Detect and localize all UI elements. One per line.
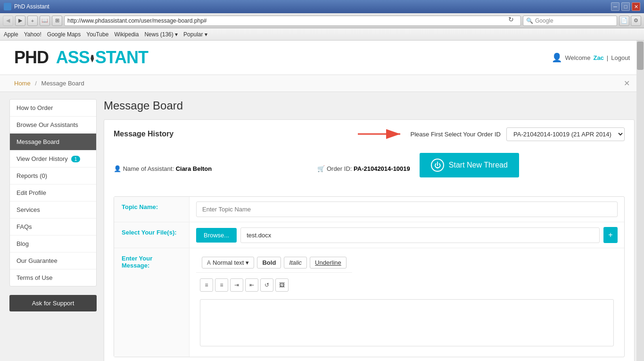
message-header: Enter Your Message: A Normal text ▾ [114, 248, 624, 357]
italic-button[interactable]: Italic [284, 257, 307, 269]
sidebar-item-terms[interactable]: Terms of Use [10, 269, 96, 286]
sidebar-item-reports[interactable]: Reports (0) [10, 168, 96, 185]
browse-button[interactable]: Browse... [196, 228, 237, 243]
breadcrumb: Home / Message Board ✕ [0, 75, 644, 92]
refresh-button[interactable]: ↻ [508, 16, 518, 26]
order-id-select[interactable]: PA-21042014-10019 (21 APR 2014) [506, 127, 625, 141]
sidebar-item-order-history[interactable]: View Order History 1 [10, 151, 96, 168]
editor-area [196, 299, 618, 352]
sidebar-item-edit-profile[interactable]: Edit Profile [10, 185, 96, 201]
bookmark-news[interactable]: News (136) ▾ [144, 31, 178, 38]
sidebar-item-services[interactable]: Services [10, 201, 96, 218]
bookmark-button[interactable]: 📖 [40, 16, 50, 26]
sidebar-item-our-guarantee[interactable]: Our Guarantee [10, 252, 96, 269]
bookmark-yahoo[interactable]: Yahoo! [24, 31, 41, 38]
forward-button[interactable]: ▶ [15, 16, 25, 26]
logo-assistant: ASSSTANT [52, 48, 148, 67]
ordered-list-button[interactable]: ≡ [215, 278, 228, 292]
title-bar: PhD Assistant ─ □ ✕ [0, 0, 644, 13]
logo-phd: PHD [14, 48, 49, 67]
bookmark-youtube[interactable]: YouTube [86, 31, 108, 38]
sidebar-item-browse-assistants[interactable]: Browse Our Assistants [10, 117, 96, 134]
assistant-name: Ciara Belton [176, 165, 212, 172]
scrollbar[interactable] [636, 41, 644, 361]
file-row: Select Your File(s): Browse... + [114, 222, 624, 248]
dropdown-icon: ▾ [246, 259, 249, 266]
grid-button[interactable]: ⊞ [52, 16, 62, 26]
add-file-button[interactable]: + [603, 227, 618, 243]
topic-row: Topic Name: [114, 197, 624, 222]
outdent-button[interactable]: ⇤ [245, 278, 258, 292]
minimize-button[interactable]: ─ [611, 2, 619, 11]
welcome-text: Welcome [565, 54, 590, 61]
page-wrapper: PHD ASSSTANT 👤 Welcome Zac | Logout Home… [0, 41, 644, 361]
panel-header: Message History Please First Select Yo [114, 127, 625, 141]
add-tab-button[interactable]: + [27, 16, 38, 26]
sidebar-menu: How to Order Browse Our Assistants Messa… [9, 99, 97, 286]
separator: | [607, 54, 608, 61]
user-area: 👤 Welcome Zac | Logout [552, 52, 630, 63]
sidebar: How to Order Browse Our Assistants Messa… [9, 99, 97, 361]
search-bar[interactable]: 🔍 Google [523, 16, 617, 26]
undo-button[interactable]: ↺ [260, 278, 273, 292]
page-title: Message Board [104, 99, 635, 112]
message-row: Enter Your Message: A Normal text ▾ [114, 248, 624, 357]
message-editor[interactable] [200, 299, 614, 346]
settings-button[interactable]: ⚙ [631, 16, 641, 26]
logout-link[interactable]: Logout [611, 54, 630, 61]
bold-button[interactable]: Bold [257, 257, 281, 269]
breadcrumb-separator: / [35, 80, 37, 87]
breadcrumb-close-icon[interactable]: ✕ [624, 79, 630, 88]
message-history-panel: Message History Please First Select Yo [104, 119, 635, 361]
address-bar[interactable]: http://www.phdassistant.com/user/message… [64, 16, 521, 26]
message-field: A Normal text ▾ Bold Italic Underline [190, 248, 624, 357]
maximize-button[interactable]: □ [621, 2, 630, 11]
list-button[interactable]: ≡ [200, 278, 213, 292]
normal-text-button[interactable]: A Normal text ▾ [202, 257, 254, 269]
cart-icon: 🛒 [317, 165, 325, 172]
indent-button[interactable]: ⇥ [230, 278, 243, 292]
content-wrapper: How to Order Browse Our Assistants Messa… [0, 92, 644, 361]
main-content: Message Board Message History [104, 99, 635, 361]
bookmark-googlemaps[interactable]: Google Maps [47, 31, 81, 38]
underline-button[interactable]: Underline [310, 257, 347, 269]
file-name-input[interactable] [240, 227, 600, 243]
search-icon: 🔍 [526, 17, 533, 24]
page-button[interactable]: 📄 [619, 16, 629, 26]
breadcrumb-current: Message Board [41, 80, 84, 87]
order-prompt-label: Please First Select Your Order ID [411, 131, 501, 138]
sidebar-item-faqs[interactable]: FAQs [10, 218, 96, 235]
power-icon: ⏻ [431, 159, 444, 172]
person-icon: 👤 [114, 165, 121, 172]
order-id-value: PA-21042014-10019 [354, 165, 410, 172]
topic-field [190, 197, 624, 222]
bookmark-apple[interactable]: Apple [4, 31, 18, 38]
sidebar-item-blog[interactable]: Blog [10, 235, 96, 252]
red-arrow-icon [358, 127, 405, 141]
message-toolbar: A Normal text ▾ Bold Italic Underline [196, 253, 352, 273]
assistant-info: 👤 Name of Assistant: Ciara Belton 🛒 Orde… [114, 148, 625, 189]
bookmark-wikipedia[interactable]: Wikipedia [114, 31, 139, 38]
url-text: http://www.phdassistant.com/user/message… [67, 17, 508, 24]
ask-support-button[interactable]: Ask for Support [9, 295, 97, 311]
logo: PHD ASSSTANT [14, 48, 148, 67]
breadcrumb-home[interactable]: Home [14, 80, 31, 87]
nav-bar: ◀ ▶ + 📖 ⊞ http://www.phdassistant.com/us… [0, 13, 644, 28]
message-form: Topic Name: Select Your File(s): Browse.… [114, 196, 625, 357]
sidebar-item-message-board[interactable]: Message Board [10, 134, 96, 151]
user-icon: 👤 [552, 52, 562, 63]
assistant-label: Name of Assistant: [123, 165, 174, 172]
close-button[interactable]: ✕ [632, 2, 640, 11]
message-toolbar-2: ≡ ≡ ⇥ ⇤ ↺ 🖼 [196, 277, 292, 295]
back-button[interactable]: ◀ [3, 16, 13, 26]
image-button[interactable]: 🖼 [275, 278, 289, 292]
browser-title: PhD Assistant [14, 3, 50, 10]
topic-input[interactable] [196, 201, 618, 217]
site-header: PHD ASSSTANT 👤 Welcome Zac | Logout [0, 41, 644, 75]
sidebar-item-how-to-order[interactable]: How to Order [10, 100, 96, 117]
start-new-thread-button[interactable]: ⏻ Start New Thread [420, 153, 519, 177]
file-label: Select Your File(s): [114, 222, 190, 248]
scrollbar-thumb[interactable] [637, 42, 644, 70]
username[interactable]: Zac [593, 54, 603, 61]
bookmark-popular[interactable]: Popular ▾ [183, 31, 207, 38]
